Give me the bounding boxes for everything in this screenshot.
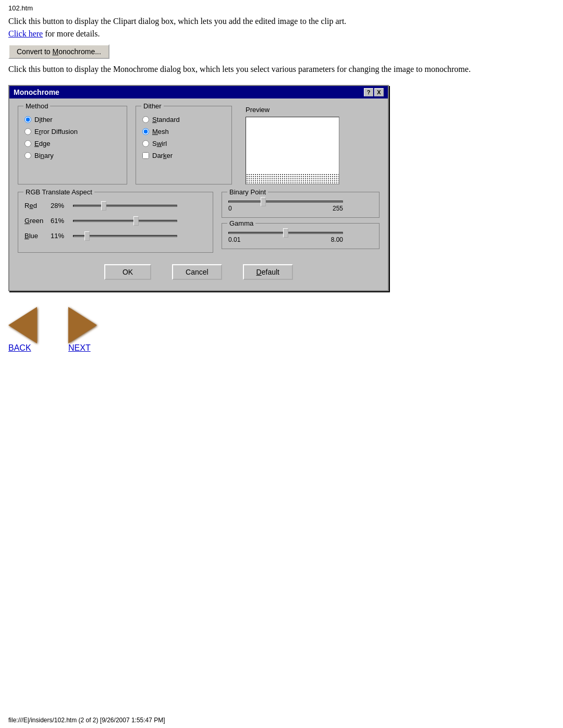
method-dither-option[interactable]: Dither (25, 116, 120, 124)
rgb-group: RGB Translate Aspect Red 28% Green 61% B… (18, 192, 213, 253)
dither-standard-radio[interactable] (142, 116, 149, 123)
intro-paragraph: Click this button to display the Clipart… (8, 15, 555, 40)
method-dither-radio[interactable] (25, 116, 31, 123)
ok-button[interactable]: OK (104, 264, 151, 280)
method-errordiff-radio[interactable] (25, 128, 31, 135)
next-link[interactable]: NEXT (68, 343, 91, 352)
nav-section: BACK NEXT (8, 307, 555, 353)
gamma-slider[interactable] (228, 232, 343, 234)
blue-label: Blue (25, 232, 46, 240)
click-here-link[interactable]: Click here (8, 29, 43, 38)
convert-to-monochrome-button[interactable]: Convert to Monochrome... (8, 44, 109, 59)
description-text: Click this button to display the Monochr… (8, 63, 555, 76)
dither-group: Dither Standard Mesh Swirl (136, 106, 232, 184)
cancel-button[interactable]: Cancel (172, 264, 222, 280)
blue-slider[interactable] (73, 235, 177, 237)
nav-back-item: BACK (8, 307, 37, 353)
blue-slider-row: Blue 11% (25, 232, 206, 240)
method-edge-label: Edge (34, 140, 50, 147)
dialog-button-row: OK Cancel Default (18, 261, 380, 283)
back-link[interactable]: BACK (8, 343, 31, 352)
gamma-group-label: Gamma (227, 219, 255, 227)
green-slider-row: Green 61% (25, 217, 206, 225)
method-binary-radio[interactable] (25, 152, 31, 159)
dither-mesh-option[interactable]: Mesh (142, 128, 225, 135)
method-errordiff-option[interactable]: Error Diffusion (25, 128, 120, 135)
method-edge-radio[interactable] (25, 140, 31, 147)
preview-dots-overlay (246, 174, 339, 184)
method-group-label: Method (23, 102, 50, 110)
red-slider[interactable] (73, 205, 177, 207)
binary-max-label: 255 (333, 205, 343, 212)
method-dither-label: Dither (34, 116, 53, 124)
method-binary-label: Binary (34, 152, 54, 159)
preview-label: Preview (246, 106, 380, 114)
monochrome-dialog: Monochrome ? X Method Dither (8, 85, 389, 291)
titlebar-controls: ? X (364, 88, 384, 96)
dither-standard-option[interactable]: Standard (142, 116, 225, 124)
dialog-titlebar: Monochrome ? X (9, 86, 388, 98)
nav-next-item: NEXT (68, 307, 97, 353)
dither-group-label: Dither (141, 102, 164, 110)
close-button[interactable]: X (374, 88, 384, 96)
blue-pct: 11% (51, 232, 69, 240)
convert-btn-label: Convert to Monochrome... (17, 47, 101, 56)
dither-standard-label: Standard (152, 116, 180, 124)
back-arrow-icon (8, 307, 37, 343)
file-title: 102.htm (8, 4, 555, 12)
dither-darker-option[interactable]: Darker (142, 152, 225, 159)
next-arrow-icon (68, 307, 97, 343)
preview-canvas (246, 117, 339, 184)
help-button[interactable]: ? (364, 88, 373, 96)
green-slider[interactable] (73, 220, 177, 222)
dialog-title: Monochrome (14, 88, 59, 96)
binary-group: Binary Point 0 255 (222, 192, 380, 218)
green-label: Green (25, 217, 46, 225)
dither-mesh-label: Mesh (152, 128, 169, 135)
default-button[interactable]: Default (243, 264, 293, 280)
dither-mesh-radio[interactable] (142, 128, 149, 135)
intro-detail: for more details. (45, 29, 100, 38)
binary-group-label: Binary Point (227, 188, 268, 196)
red-pct: 28% (51, 202, 69, 209)
method-group: Method Dither Error Diffusion Edge (18, 106, 127, 184)
dither-darker-checkbox[interactable] (142, 152, 149, 159)
method-binary-option[interactable]: Binary (25, 152, 120, 159)
dither-swirl-label: Swirl (152, 140, 167, 147)
green-pct: 61% (51, 217, 69, 225)
preview-section: Preview (240, 106, 380, 184)
footer-text: file:///E|/insiders/102.htm (2 of 2) [9/… (8, 717, 165, 724)
intro-text-main: Click this button to display the Clipart… (8, 17, 346, 26)
red-label: Red (25, 202, 46, 209)
gamma-max-label: 8.00 (331, 236, 343, 243)
dither-swirl-option[interactable]: Swirl (142, 140, 225, 147)
method-errordiff-label: Error Diffusion (34, 128, 78, 135)
method-edge-option[interactable]: Edge (25, 140, 120, 147)
dither-swirl-radio[interactable] (142, 140, 149, 147)
red-slider-row: Red 28% (25, 202, 206, 209)
rgb-group-label: RGB Translate Aspect (23, 188, 94, 196)
binary-min-label: 0 (228, 205, 232, 212)
gamma-min-label: 0.01 (228, 236, 240, 243)
dither-darker-label: Darker (152, 152, 173, 159)
binary-slider[interactable] (228, 201, 343, 203)
gamma-group: Gamma 0.01 8.00 (222, 223, 380, 249)
default-btn-label: Default (256, 268, 279, 276)
